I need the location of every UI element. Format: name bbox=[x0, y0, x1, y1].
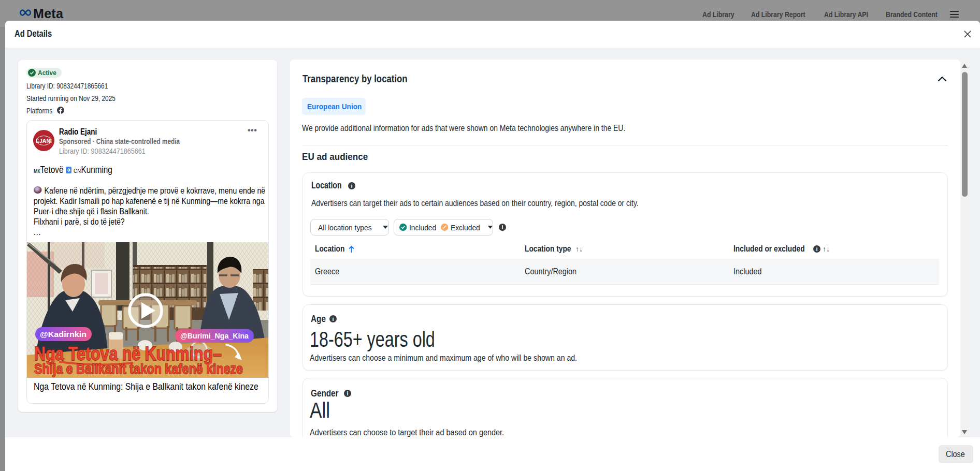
svg-text:EJANI: EJANI bbox=[36, 138, 52, 144]
svg-text:@Kadirnkin: @Kadirnkin bbox=[40, 330, 87, 338]
svg-text:@Burimi_Nga_Kina: @Burimi_Nga_Kina bbox=[180, 332, 249, 340]
svg-text:Shija e Ballkanit takon kafenë: Shija e Ballkanit takon kafenë kineze bbox=[34, 361, 243, 377]
